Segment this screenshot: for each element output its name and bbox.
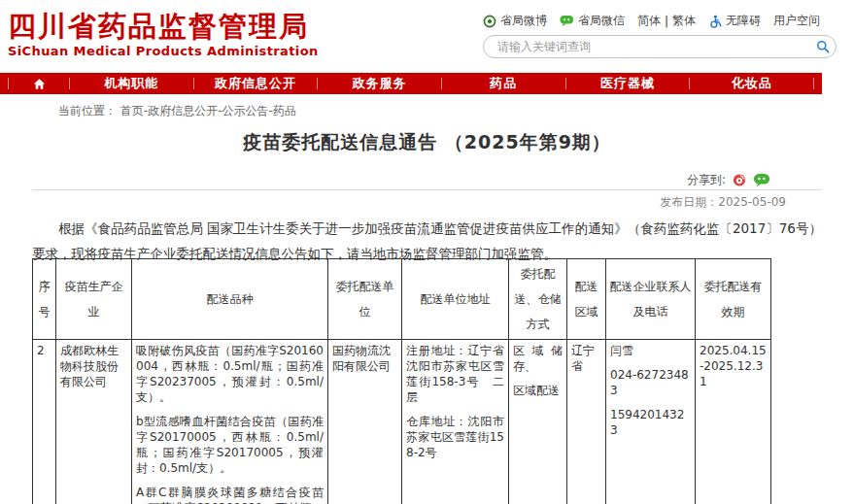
breadcrumb-label: 当前位置： (58, 104, 117, 118)
nav-item-gov-info[interactable]: 政府信息公开 (194, 73, 318, 94)
user-space-link[interactable]: 用户空间 (773, 13, 820, 29)
lang-separator: | (665, 15, 668, 28)
weibo-icon (483, 15, 496, 28)
nav-item-services[interactable]: 政务服务 (318, 73, 441, 94)
share-weibo-icon[interactable] (732, 173, 747, 187)
nav-item-drugs[interactable]: 药品 (442, 73, 565, 94)
nav-item-home[interactable] (9, 78, 69, 90)
breadcrumb: 当前位置： 首页-政府信息公开-公示公告-药品 (58, 103, 296, 119)
search-icon (816, 40, 830, 53)
contact-cell: 闫雪024-6272348315942014323 (606, 340, 696, 504)
products-cell: 吸附破伤风疫苗（国药准字S20160004，西林瓶：0.5ml/瓶；国药准字S2… (132, 340, 328, 504)
distributor-cell: 国药物流沈阳有限公司 (328, 340, 402, 504)
header-products: 配送品种 (132, 259, 328, 340)
share-wechat-icon[interactable] (753, 173, 770, 187)
site-logo[interactable]: 四川省药品监督管理局 SiChuan Medical Products Admi… (8, 12, 319, 58)
header-distributor: 委托配送单位 (328, 259, 402, 340)
nav-divider (813, 78, 814, 89)
accessibility-icon (708, 15, 722, 28)
nav-item-medical-devices[interactable]: 医疗器械 (566, 73, 690, 94)
accessibility-link[interactable]: 无障碍 (708, 13, 761, 29)
page-title: 疫苗委托配送信息通告 （2025年第9期） (32, 130, 822, 155)
header-quick-links: 省局微博 省局微信 简体 | 繁体 无障碍 用户空间 (483, 13, 820, 29)
search-input[interactable] (484, 40, 810, 53)
nav-item-functions[interactable]: 机构职能 (70, 73, 193, 94)
header-contact: 配送企业联系人及电话 (606, 259, 696, 340)
publish-date: 发布日期：2025-05-09 (32, 194, 786, 211)
manufacturer-cell: 成都欧林生物科技股份有限公司 (56, 340, 132, 504)
nav-item-cosmetics[interactable]: 化妆品 (690, 73, 813, 94)
site-title: 四川省药品监督管理局 (8, 12, 319, 43)
wechat-link[interactable]: 省局微信 (560, 13, 625, 29)
address-cell: 注册地址：辽宁省沈阳市苏家屯区雪莲街158-3号 二层仓库地址：沈阳市苏家屯区雪… (402, 340, 509, 504)
home-icon (33, 78, 46, 90)
breadcrumb-path[interactable]: 首页-政府信息公开-公示公告-药品 (120, 104, 296, 118)
wechat-icon (560, 15, 574, 27)
share-label: 分享到: (687, 172, 726, 188)
weibo-link[interactable]: 省局微博 (483, 13, 547, 29)
simplified-link[interactable]: 简体 (637, 13, 661, 29)
region-cell: 辽宁省 (567, 340, 606, 504)
header-index: 序号 (33, 259, 56, 340)
storage-mode-cell: 区域储存、区域配送 (509, 340, 567, 504)
main-nav: 机构职能 政府信息公开 政务服务 药品 医疗器械 化妆品 (0, 73, 822, 94)
lang-switch: 简体 | 繁体 (637, 13, 696, 29)
header-address: 配送单位地址 (402, 259, 509, 340)
header-region: 配送区域 (567, 259, 606, 340)
search-button[interactable] (810, 36, 836, 57)
table-row: 2 成都欧林生物科技股份有限公司 吸附破伤风疫苗（国药准字S20160004，西… (33, 340, 771, 504)
header-validity: 委托配送有效期 (696, 259, 771, 340)
site-subtitle: SiChuan Medical Products Administration (8, 45, 319, 58)
table-header-row: 序号 疫苗生产企业 配送品种 委托配送单位 配送单位地址 委托配送、仓储方式 配… (33, 259, 771, 340)
traditional-link[interactable]: 繁体 (672, 13, 696, 29)
header-manufacturer: 疫苗生产企业 (56, 259, 132, 340)
vaccine-distribution-table: 序号 疫苗生产企业 配送品种 委托配送单位 配送单位地址 委托配送、仓储方式 配… (32, 258, 771, 504)
row-index-cell: 2 (33, 340, 56, 504)
title-divider (32, 189, 822, 190)
header-storage-mode: 委托配送、仓储方式 (509, 259, 567, 340)
search-bar (483, 35, 837, 58)
share-row: 分享到: (32, 172, 770, 188)
validity-cell: 2025.04.15-2025.12.31 (696, 340, 771, 504)
